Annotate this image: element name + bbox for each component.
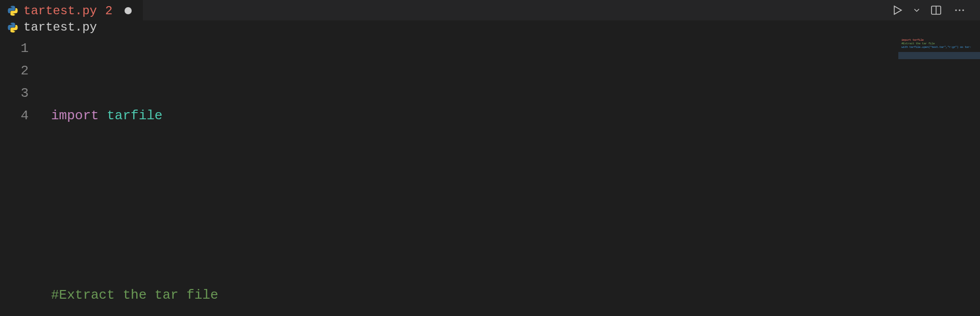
token-keyword: import: [51, 108, 99, 123]
code-line[interactable]: [31, 194, 980, 217]
minimap-line: import tarfile: [901, 38, 923, 42]
line-number-gutter: 1 2 3 4: [0, 34, 31, 316]
token-comment: #Extract the tar file: [51, 287, 218, 303]
tab-problem-count: 2: [105, 4, 112, 18]
code-line[interactable]: import tarfile: [31, 104, 980, 127]
tab-actions: [887, 0, 980, 20]
line-number: 1: [0, 37, 29, 60]
minimap-line: #Extract the tar file: [901, 42, 935, 45]
minimap-viewport-indicator[interactable]: [898, 52, 980, 59]
split-editor-button[interactable]: [926, 0, 946, 20]
code-area[interactable]: import tarfile #Extract the tar file wit…: [31, 34, 980, 316]
breadcrumb: tartest.py: [0, 20, 980, 34]
tab-tartest[interactable]: tartest.py 2: [0, 0, 143, 20]
python-icon: [7, 22, 18, 33]
editor-body: 1 2 3 4 import tarfile #Extract the tar …: [0, 34, 980, 316]
python-icon: [7, 5, 18, 16]
line-number: 3: [0, 82, 29, 104]
line-number: 2: [0, 60, 29, 82]
tab-bar: tartest.py 2: [0, 0, 980, 20]
editor-app: tartest.py 2 tartest.py: [0, 0, 980, 316]
svg-point-3: [955, 9, 957, 11]
line-number: 4: [0, 104, 29, 127]
run-dropdown[interactable]: [911, 0, 923, 20]
minimap[interactable]: import tarfile #Extract the tar file wit…: [898, 34, 980, 316]
token-module: tarfile: [107, 108, 162, 123]
tab-bar-spacer: [143, 0, 887, 20]
tab-filename: tartest.py: [23, 4, 97, 18]
tab-dirty-indicator: [125, 7, 132, 14]
svg-point-5: [962, 9, 964, 11]
minimap-line: with tarfile.open("test.tar","r:gz") as …: [901, 45, 971, 49]
run-button[interactable]: [887, 0, 908, 20]
svg-marker-0: [894, 6, 901, 14]
more-actions-button[interactable]: [949, 0, 970, 20]
breadcrumb-filename[interactable]: tartest.py: [23, 20, 97, 34]
token-space: [99, 108, 107, 123]
svg-point-4: [959, 9, 960, 11]
code-line[interactable]: #Extract the tar file: [31, 284, 980, 306]
